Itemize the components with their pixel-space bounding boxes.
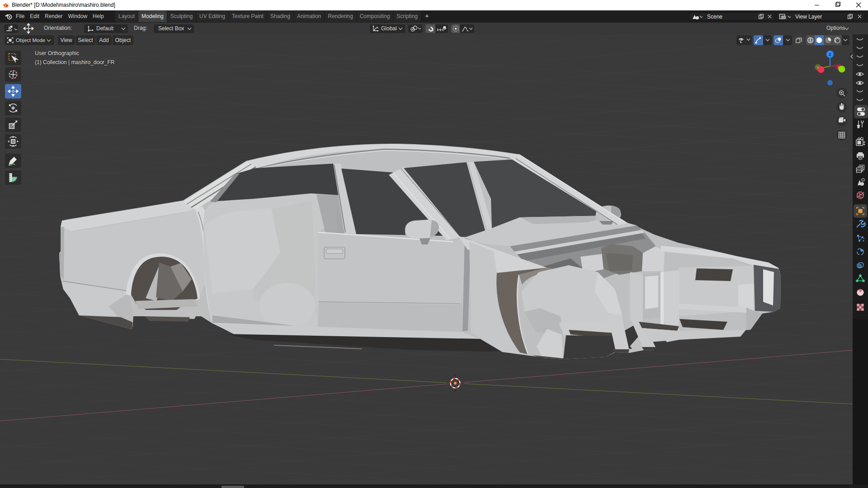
svg-text:Z: Z [829,52,831,57]
